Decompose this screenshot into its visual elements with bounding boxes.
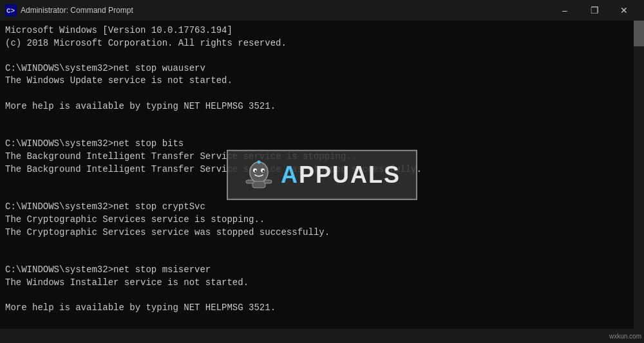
terminal-line: C:\WINDOWS\system32>net stop bits: [5, 138, 639, 151]
terminal-line: The Background Intelligent Transfer Serv…: [5, 163, 639, 176]
terminal-line: [5, 88, 639, 100]
restore-button[interactable]: ❐: [580, 0, 609, 21]
terminal-line: [5, 176, 639, 189]
terminal-line: The Windows Update service is not starte…: [5, 75, 639, 88]
title-bar: C> Administrator: Command Prompt – ❐ ✕: [0, 0, 644, 21]
bottom-bar: wxkun.com: [0, 329, 644, 343]
close-button[interactable]: ✕: [609, 0, 639, 21]
terminal-line: [5, 315, 639, 328]
terminal-line: [5, 113, 639, 125]
terminal-line: The Cryptographic Services service is st…: [5, 214, 639, 227]
terminal-line: The Background Intelligent Transfer Serv…: [5, 151, 639, 163]
terminal-line: C:\WINDOWS\system32>net stop wuauserv: [5, 62, 639, 75]
terminal-line: [5, 327, 639, 329]
terminal-line: More help is available by typing NET HEL…: [5, 100, 639, 113]
terminal-line: [5, 239, 639, 252]
terminal-line: The Windows Installer service is not sta…: [5, 277, 639, 290]
terminal-line: [5, 189, 639, 201]
terminal-line: The Cryptographic Services service was s…: [5, 227, 639, 239]
terminal-line: [5, 125, 639, 138]
scrollbar-track[interactable]: [634, 21, 644, 329]
cmd-icon: C>: [5, 5, 17, 16]
minimize-button[interactable]: –: [550, 0, 580, 21]
terminal-line: C:\WINDOWS\system32>net stop cryptSvc: [5, 201, 639, 214]
terminal-line: (c) 2018 Microsoft Corporation. All righ…: [5, 37, 639, 50]
terminal-line: More help is available by typing NET HEL…: [5, 302, 639, 315]
scrollbar-thumb[interactable]: [634, 21, 644, 46]
watermark-url: wxkun.com: [609, 333, 641, 340]
terminal-line: Microsoft Windows [Version 10.0.17763.19…: [5, 24, 639, 37]
terminal-output: Microsoft Windows [Version 10.0.17763.19…: [5, 24, 639, 329]
terminal-line: [5, 252, 639, 264]
svg-text:C>: C>: [6, 7, 15, 15]
window-title: Administrator: Command Prompt: [21, 6, 550, 15]
terminal-body: Microsoft Windows [Version 10.0.17763.19…: [0, 21, 644, 329]
terminal-line: C:\WINDOWS\system32>net stop msiserver: [5, 264, 639, 277]
window-controls: – ❐ ✕: [550, 0, 639, 21]
terminal-line: [5, 50, 639, 62]
terminal-line: [5, 289, 639, 302]
